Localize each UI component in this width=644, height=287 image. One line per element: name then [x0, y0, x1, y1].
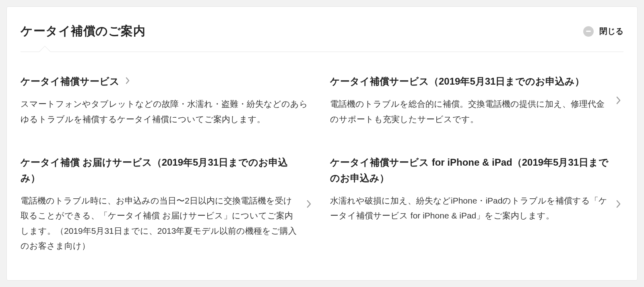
item-desc: スマートフォンやタブレットなどの故障・水濡れ・盗難・紛失などのあらゆるトラブルを…: [21, 96, 314, 127]
panel-header: ケータイ補償のご案内 閉じる: [21, 23, 623, 40]
item-desc: 水濡れや破損に加え、紛失などiPhone・iPadのトラブルを補償する「ケータイ…: [330, 193, 609, 223]
item-title: ケータイ補償サービス for iPhone & iPad（2019年5月31日ま…: [330, 157, 609, 183]
header-divider: [21, 52, 623, 52]
chevron-right-icon: [125, 77, 130, 84]
panel: ケータイ補償のご案内 閉じる ケータイ補償サービス スマートフォンやタブレットな…: [6, 6, 638, 281]
panel-title: ケータイ補償のご案内: [21, 23, 145, 40]
chevron-right-icon: [306, 200, 314, 208]
item-title: ケータイ補償サービス: [21, 76, 120, 87]
item-title: ケータイ補償 お届けサービス（2019年5月31日までのお申込み）: [21, 157, 288, 183]
link-item-compensation-iphone-ipad-before-20190531[interactable]: ケータイ補償サービス for iPhone & iPad（2019年5月31日ま…: [330, 155, 623, 253]
chevron-right-icon: [615, 200, 623, 208]
chevron-right-icon: [615, 96, 623, 105]
close-label: 閉じる: [599, 26, 623, 37]
item-title: ケータイ補償サービス（2019年5月31日までのお申込み）: [330, 76, 584, 87]
items-grid: ケータイ補償サービス スマートフォンやタブレットなどの故障・水濡れ・盗難・紛失な…: [21, 74, 623, 253]
item-desc: 電話機のトラブル時に、お申込みの当日〜2日以内に交換電話機を受け取ることができる…: [21, 193, 299, 254]
link-item-delivery-service-before-20190531[interactable]: ケータイ補償 お届けサービス（2019年5月31日までのお申込み） 電話機のトラ…: [21, 155, 314, 253]
link-item-compensation-service[interactable]: ケータイ補償サービス スマートフォンやタブレットなどの故障・水濡れ・盗難・紛失な…: [21, 74, 314, 127]
close-button[interactable]: 閉じる: [583, 26, 623, 37]
link-item-compensation-service-before-20190531[interactable]: ケータイ補償サービス（2019年5月31日までのお申込み） 電話機のトラブルを総…: [330, 74, 623, 127]
minus-icon: [583, 26, 594, 37]
item-desc: 電話機のトラブルを総合的に補償。交換電話機の提供に加え、修理代金のサポートも充実…: [330, 96, 609, 127]
